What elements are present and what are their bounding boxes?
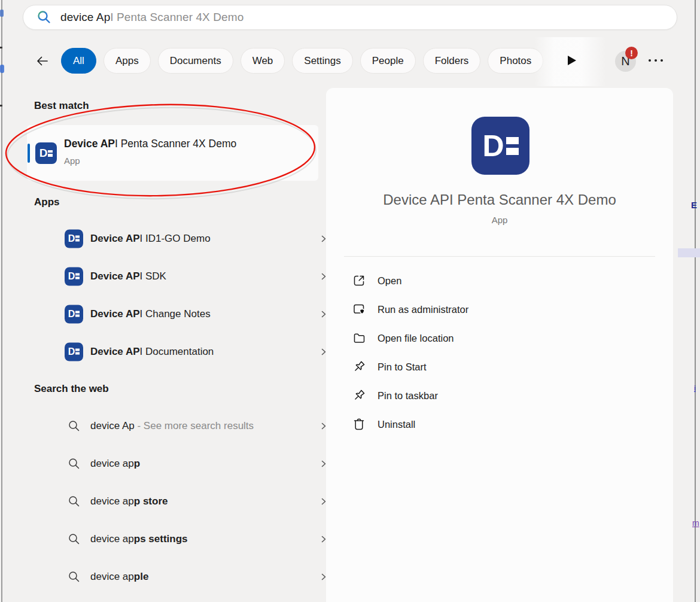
result-title: device Ap - See more search results: [90, 420, 254, 432]
search-icon: [68, 570, 81, 583]
back-arrow-icon: [35, 54, 50, 68]
action-open-file-location[interactable]: Open file location: [344, 324, 655, 352]
app-result-id1-go[interactable]: D Device API ID1-GO Demo: [27, 220, 318, 257]
back-button[interactable]: [34, 53, 51, 69]
action-label: Pin to Start: [378, 361, 427, 373]
action-pin-to-start[interactable]: Pin to Start: [344, 352, 655, 381]
result-title: device app: [90, 458, 140, 470]
background-tick: [0, 47, 2, 48]
search-web-heading: Search the web: [34, 383, 109, 395]
device-api-app-icon-large: D: [471, 117, 529, 175]
tab-all[interactable]: All: [61, 48, 96, 74]
apps-heading: Apps: [34, 196, 60, 208]
result-title: device apps settings: [90, 533, 188, 545]
background-link-fragment: m: [692, 518, 700, 529]
more-options-button[interactable]: [649, 59, 668, 62]
tab-documents[interactable]: Documents: [158, 48, 233, 74]
search-bar[interactable]: device ApI Penta Scanner 4X Demo: [23, 5, 677, 30]
preview-app-type: App: [326, 215, 673, 225]
pin-icon: [352, 388, 366, 403]
best-match-type: App: [64, 156, 80, 166]
search-typed-text: device Ap: [60, 11, 110, 23]
search-icon: [68, 533, 81, 546]
action-pin-to-taskbar[interactable]: Pin to taskbar: [344, 381, 655, 410]
background-window-border-left: [1, 0, 2, 602]
background-window-border-right: [695, 0, 696, 602]
web-search-suggestion[interactable]: device Ap - See more search results: [27, 407, 318, 445]
action-label: Open file location: [378, 333, 454, 344]
play-arrow-icon: [567, 55, 577, 66]
action-uninstall[interactable]: Uninstall: [344, 410, 655, 439]
result-title: device app store: [90, 495, 168, 507]
background-glyph: [0, 65, 4, 73]
filter-tabs: All Apps Documents Web Settings People F…: [61, 48, 543, 74]
selection-accent-bar: [28, 144, 30, 163]
action-label: Open: [378, 275, 401, 287]
result-title: Device API SDK: [90, 270, 166, 282]
background-glyph: [0, 10, 4, 17]
trash-icon: [352, 417, 366, 431]
app-result-sdk[interactable]: D Device API SDK: [27, 257, 318, 295]
search-icon: [68, 495, 81, 508]
action-label: Run as administrator: [378, 304, 468, 315]
device-api-app-icon: D: [35, 142, 57, 164]
tab-web[interactable]: Web: [241, 48, 285, 74]
open-icon: [352, 273, 366, 288]
tab-apps[interactable]: Apps: [104, 48, 151, 74]
background-window-strip: [696, 0, 700, 602]
device-api-app-icon: D: [65, 267, 83, 285]
search-input[interactable]: device ApI Penta Scanner 4X Demo: [60, 11, 244, 24]
result-title: Device API Change Notes: [90, 308, 211, 320]
background-text-fragment: E: [691, 200, 700, 211]
folder-icon: [352, 331, 366, 345]
action-run-as-administrator[interactable]: Run as administrator: [344, 295, 655, 324]
app-result-change-notes[interactable]: D Device API Change Notes: [27, 295, 318, 333]
web-search-suggestion[interactable]: device app store: [27, 482, 318, 520]
action-open[interactable]: Open: [344, 266, 655, 295]
best-match-heading: Best match: [34, 100, 89, 112]
preview-app-title: Device API Penta Scanner 4X Demo: [326, 191, 673, 208]
result-title: Device API ID1-GO Demo: [90, 233, 211, 245]
device-api-app-icon: D: [65, 342, 83, 361]
background-tick: [0, 105, 2, 107]
result-title: Device API Documentation: [90, 346, 214, 358]
action-label: Pin to taskbar: [378, 390, 438, 402]
best-match-title: Device API Penta Scanner 4X Demo: [64, 138, 236, 150]
app-result-documentation[interactable]: D Device API Documentation: [27, 333, 318, 370]
web-search-suggestion[interactable]: device apple: [27, 558, 318, 595]
background-link-fragment: i: [694, 384, 700, 394]
more-filters-button[interactable]: [567, 55, 578, 67]
web-search-suggestion[interactable]: device app: [27, 445, 318, 482]
shield-window-icon: [352, 302, 366, 317]
device-api-app-icon: D: [65, 229, 83, 248]
tab-settings[interactable]: Settings: [292, 48, 352, 74]
background-selection-fragment: [678, 248, 700, 257]
search-icon: [36, 10, 52, 25]
search-suggestion-text: I Penta Scanner 4X Demo: [110, 11, 244, 23]
action-label: Uninstall: [378, 419, 415, 430]
device-api-app-icon: D: [65, 305, 83, 323]
best-match-item[interactable]: [27, 125, 318, 181]
web-search-suggestion[interactable]: device apps settings: [27, 520, 318, 558]
panel-divider: [344, 256, 655, 257]
tab-people[interactable]: People: [360, 48, 416, 74]
result-title: device apple: [90, 571, 148, 583]
pin-icon: [352, 360, 366, 374]
search-icon: [68, 457, 81, 470]
search-icon: [68, 419, 81, 433]
tab-folders[interactable]: Folders: [423, 48, 481, 74]
profile-alert-badge: !: [625, 47, 638, 59]
